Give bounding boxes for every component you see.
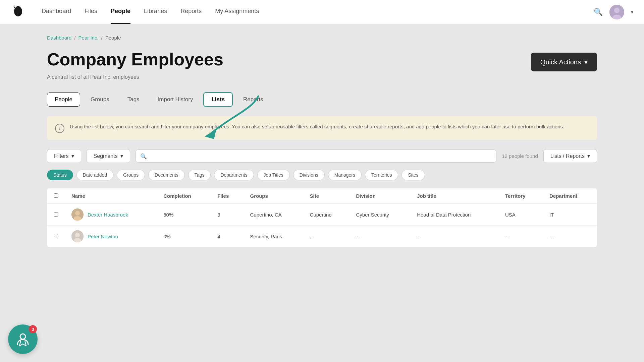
col-groups: Groups <box>244 188 303 204</box>
info-icon: i <box>55 124 64 133</box>
nav-right: 🔍 ▾ <box>594 5 633 19</box>
row2-files: 4 <box>211 226 243 247</box>
app-logo[interactable] <box>11 5 25 19</box>
row2-groups: Security, Paris <box>244 226 303 247</box>
row2-job-title: ... <box>410 226 498 247</box>
page-subtitle: A central list of all Pear Inc. employee… <box>47 74 597 80</box>
tab-import-history[interactable]: Import History <box>150 93 201 107</box>
nav-files[interactable]: Files <box>85 8 97 16</box>
breadcrumb-sep-1: / <box>74 35 75 41</box>
row2-division: ... <box>349 226 410 247</box>
row2-site: ... <box>303 226 350 247</box>
people-table-container: Name Completion Files Groups Site Divisi… <box>47 188 597 247</box>
nav-links: Dashboard Files People Libraries Reports… <box>42 8 594 16</box>
row2-checkbox-cell[interactable] <box>47 226 65 247</box>
row1-site: Cupertino <box>303 204 350 226</box>
filter-tags: Status Date added Groups Documents Tags … <box>47 170 597 180</box>
search-wrap: 🔍 <box>136 149 497 163</box>
filter-tag-managers[interactable]: Managers <box>328 170 362 180</box>
nav-my-assignments[interactable]: My Assignments <box>215 8 259 16</box>
col-department: Department <box>543 188 597 204</box>
svg-point-1 <box>16 6 20 9</box>
segments-label: Segments <box>94 153 118 159</box>
select-all-header[interactable] <box>47 188 65 204</box>
breadcrumb-current: People <box>105 35 121 41</box>
nav-dashboard[interactable]: Dashboard <box>42 8 71 16</box>
col-site: Site <box>303 188 350 204</box>
filters-chevron-icon: ▾ <box>71 153 74 159</box>
filters-label: Filters <box>54 153 69 159</box>
search-input-icon: 🔍 <box>140 153 147 159</box>
tabs-bar: People Groups Tags Import History Lists … <box>47 92 597 107</box>
tab-people[interactable]: People <box>47 93 80 107</box>
page-title: Company Employees <box>47 50 223 69</box>
table-row: Peter Newton 0% 4 Security, Paris ... ..… <box>47 226 597 247</box>
lists-reports-chevron-icon: ▾ <box>587 153 590 159</box>
row2-name-cell: Peter Newton <box>65 226 157 247</box>
row1-name-cell: Dexter Haasbroek <box>65 204 157 226</box>
row1-territory: USA <box>498 204 543 226</box>
select-all-checkbox[interactable] <box>54 193 58 198</box>
page-header: Company Employees Quick Actions ▾ <box>47 50 597 71</box>
avatar[interactable] <box>609 5 624 19</box>
row1-person-name[interactable]: Dexter Haasbroek <box>88 212 128 218</box>
segments-button[interactable]: Segments ▾ <box>87 149 130 163</box>
svg-point-12 <box>20 334 25 339</box>
row2-department: ... <box>543 226 597 247</box>
tab-tags[interactable]: Tags <box>120 93 147 107</box>
svg-point-3 <box>614 8 620 13</box>
filter-tag-territories[interactable]: Territories <box>365 170 398 180</box>
tab-reports[interactable]: Reports <box>235 93 271 107</box>
lists-reports-label: Lists / Reports <box>550 153 585 159</box>
row2-territory: ... <box>498 226 543 247</box>
nav-libraries[interactable]: Libraries <box>144 8 167 16</box>
search-input[interactable] <box>136 149 497 163</box>
breadcrumb-sep-2: / <box>101 35 103 41</box>
navbar: Dashboard Files People Libraries Reports… <box>0 0 644 24</box>
tab-groups[interactable]: Groups <box>83 93 117 107</box>
breadcrumb-dashboard[interactable]: Dashboard <box>47 35 71 41</box>
filter-tag-status[interactable]: Status <box>47 170 73 180</box>
breadcrumb-company[interactable]: Pear Inc. <box>78 35 99 41</box>
table-header-row: Name Completion Files Groups Site Divisi… <box>47 188 597 204</box>
row1-groups: Cupertino, CA <box>244 204 303 226</box>
row1-completion: 50% <box>157 204 211 226</box>
quick-actions-label: Quick Actions <box>540 58 581 66</box>
filter-tag-groups[interactable]: Groups <box>117 170 145 180</box>
filters-button[interactable]: Filters ▾ <box>47 149 81 163</box>
nav-people[interactable]: People <box>111 8 130 16</box>
filter-tag-tags[interactable]: Tags <box>188 170 211 180</box>
row1-job-title: Head of Data Protection <box>410 204 498 226</box>
info-banner-text: Using the list below, you can search and… <box>70 123 564 131</box>
col-files: Files <box>211 188 243 204</box>
svg-point-7 <box>75 211 80 216</box>
filter-tag-date-added[interactable]: Date added <box>76 170 113 180</box>
row2-avatar <box>71 230 84 242</box>
chevron-down-icon[interactable]: ▾ <box>631 9 633 15</box>
tab-lists[interactable]: Lists <box>203 92 233 107</box>
nav-reports[interactable]: Reports <box>180 8 202 16</box>
filter-bar: Filters ▾ Segments ▾ 🔍 12 people found L… <box>47 149 597 163</box>
title-area: Company Employees <box>47 50 223 69</box>
info-banner: i Using the list below, you can search a… <box>47 116 597 140</box>
search-icon[interactable]: 🔍 <box>594 8 603 16</box>
bottom-widget-badge: 3 <box>29 325 37 333</box>
filter-tag-documents[interactable]: Documents <box>148 170 185 180</box>
row1-division: Cyber Security <box>349 204 410 226</box>
filter-tag-departments[interactable]: Departments <box>214 170 254 180</box>
lists-reports-button[interactable]: Lists / Reports ▾ <box>543 149 597 163</box>
row1-checkbox[interactable] <box>54 212 58 217</box>
col-territory: Territory <box>498 188 543 204</box>
row1-department: IT <box>543 204 597 226</box>
filter-tag-sites[interactable]: Sites <box>401 170 425 180</box>
row2-completion: 0% <box>157 226 211 247</box>
quick-actions-button[interactable]: Quick Actions ▾ <box>531 53 597 71</box>
main-content: Dashboard / Pear Inc. / People Company E… <box>0 24 644 258</box>
row2-checkbox[interactable] <box>54 234 58 238</box>
filter-tag-job-titles[interactable]: Job Titles <box>257 170 290 180</box>
row1-checkbox-cell[interactable] <box>47 204 65 226</box>
quick-actions-chevron-icon: ▾ <box>584 58 588 66</box>
row2-person-name[interactable]: Peter Newton <box>88 234 118 239</box>
bottom-widget[interactable]: 3 <box>8 324 38 354</box>
filter-tag-divisions[interactable]: Divisions <box>293 170 325 180</box>
